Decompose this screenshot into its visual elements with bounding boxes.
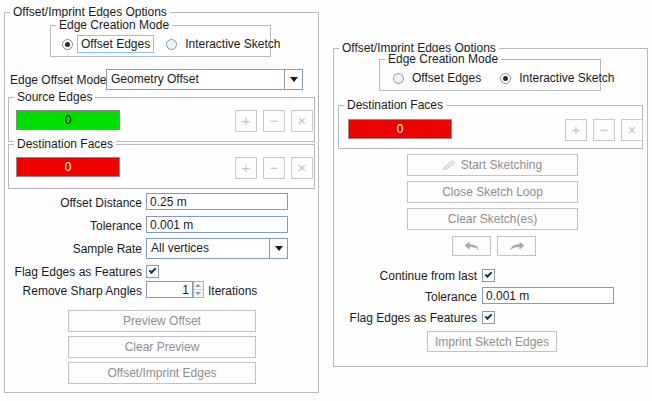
edge-offset-mode-label: Edge Offset Mode — [10, 72, 103, 88]
destination-faces-count-right: 0 — [348, 119, 452, 139]
continue-from-last-checkbox[interactable] — [482, 269, 495, 282]
chevron-down-icon — [290, 77, 298, 82]
remove-sharp-angles-label: Remove Sharp Angles — [10, 283, 142, 299]
sample-rate-label: Sample Rate — [10, 241, 142, 257]
offset-imprint-edges-button[interactable]: Offset/Imprint Edges — [68, 362, 256, 384]
tolerance-input-right[interactable] — [482, 287, 614, 304]
add-destination-faces-button-right[interactable]: + — [565, 119, 587, 141]
dropdown-button[interactable] — [284, 70, 302, 89]
edge-offset-mode-value: Geometry Offset — [107, 70, 284, 89]
offset-distance-label: Offset Distance — [10, 195, 142, 211]
redo-button[interactable] — [497, 236, 536, 256]
flag-edges-checkbox-left[interactable] — [146, 265, 159, 278]
sample-rate-value: All vertices — [147, 239, 269, 258]
undo-arrow-icon — [464, 241, 480, 251]
source-edges-count: 0 — [16, 110, 120, 130]
checkmark-icon — [485, 312, 493, 320]
iterations-label: Iterations — [208, 283, 257, 299]
radio-interactive-sketch-right[interactable]: Interactive Sketch — [500, 69, 618, 87]
remove-destination-faces-button-left[interactable]: − — [263, 157, 285, 179]
radio-interactive-sketch-label: Interactive Sketch — [181, 35, 284, 53]
clear-sketches-button[interactable]: Clear Sketch(es) — [407, 208, 578, 230]
remove-sharp-angles-input[interactable] — [146, 281, 193, 298]
close-sketch-loop-label: Close Sketch Loop — [442, 185, 543, 199]
edge-creation-mode-group-right: Edge Creation Mode Offset Edges Interact… — [379, 59, 601, 91]
destination-faces-group-right: Destination Faces 0 + − × — [338, 105, 643, 149]
sample-rate-select[interactable]: All vertices — [146, 238, 288, 259]
spinner-down-button[interactable] — [194, 290, 203, 297]
remove-source-edges-button[interactable]: − — [263, 110, 285, 132]
edge-creation-mode-group-left: Edge Creation Mode Offset Edges Interact… — [50, 25, 271, 57]
checkmark-icon — [485, 270, 493, 278]
dropdown-button[interactable] — [269, 239, 287, 258]
flag-edges-checkbox-right[interactable] — [482, 311, 495, 324]
clear-preview-button[interactable]: Clear Preview — [68, 336, 256, 358]
destination-faces-count-left: 0 — [16, 157, 120, 177]
preview-offset-button[interactable]: Preview Offset — [68, 310, 256, 332]
clear-source-edges-button[interactable]: × — [291, 110, 313, 132]
offset-imprint-options-group-right: Offset/Imprint Edges Options Edge Creati… — [333, 48, 648, 367]
imprint-sketch-edges-button[interactable]: Imprint Sketch Edges — [427, 331, 557, 352]
offset-imprint-edges-label: Offset/Imprint Edges — [107, 366, 216, 380]
imprint-sketch-edges-label: Imprint Sketch Edges — [435, 335, 549, 349]
radio-interactive-sketch-label: Interactive Sketch — [515, 69, 618, 87]
remove-sharp-angles-spinner — [193, 281, 204, 298]
radio-button-icon — [62, 39, 73, 50]
spinner-up-button[interactable] — [194, 282, 203, 290]
clear-destination-faces-button-right[interactable]: × — [621, 119, 643, 141]
destination-faces-group-left: Destination Faces 0 + − × — [8, 144, 315, 189]
offset-imprint-options-group-left: Offset/Imprint Edges Options Edge Creati… — [4, 12, 319, 393]
chevron-down-icon — [275, 246, 283, 251]
tolerance-label-right: Tolerance — [337, 289, 477, 305]
undo-button[interactable] — [452, 236, 491, 256]
source-edges-group: Source Edges 0 + − × — [8, 97, 315, 142]
close-sketch-loop-button[interactable]: Close Sketch Loop — [407, 181, 578, 203]
tolerance-input-left[interactable] — [146, 216, 288, 233]
destination-faces-title-right: Destination Faces — [344, 98, 446, 112]
radio-offset-edges-left[interactable]: Offset Edges — [62, 35, 154, 53]
radio-button-icon — [500, 73, 511, 84]
redo-arrow-icon — [509, 241, 525, 251]
edge-creation-mode-title-right: Edge Creation Mode — [385, 52, 501, 66]
radio-button-icon — [393, 73, 404, 84]
source-edges-title: Source Edges — [14, 90, 95, 104]
start-sketching-button[interactable]: Start Sketching — [407, 154, 578, 176]
left-group-title: Offset/Imprint Edges Options — [10, 5, 170, 19]
start-sketching-label: Start Sketching — [461, 158, 542, 172]
radio-offset-edges-label: Offset Edges — [408, 69, 485, 87]
add-destination-faces-button-left[interactable]: + — [235, 157, 257, 179]
radio-button-icon — [166, 39, 177, 50]
offset-distance-input[interactable] — [146, 193, 288, 210]
checkmark-icon — [149, 266, 157, 274]
edge-offset-mode-select[interactable]: Geometry Offset — [106, 69, 303, 90]
radio-offset-edges-label: Offset Edges — [77, 35, 154, 53]
tolerance-label-left: Tolerance — [10, 218, 142, 234]
flag-edges-label-left: Flag Edges as Features — [10, 264, 142, 280]
clear-destination-faces-button-left[interactable]: × — [291, 157, 313, 179]
continue-from-last-label: Continue from last — [337, 268, 477, 284]
remove-destination-faces-button-right[interactable]: − — [593, 119, 615, 141]
radio-offset-edges-right[interactable]: Offset Edges — [393, 69, 485, 87]
destination-faces-title-left: Destination Faces — [14, 137, 116, 151]
preview-offset-label: Preview Offset — [123, 314, 201, 328]
flag-edges-label-right: Flag Edges as Features — [337, 310, 477, 326]
radio-interactive-sketch-left[interactable]: Interactive Sketch — [166, 35, 284, 53]
clear-sketches-label: Clear Sketch(es) — [448, 212, 537, 226]
clear-preview-label: Clear Preview — [125, 340, 200, 354]
pencil-icon — [443, 160, 456, 170]
add-source-edges-button[interactable]: + — [235, 110, 257, 132]
edge-creation-mode-title-left: Edge Creation Mode — [56, 18, 172, 32]
